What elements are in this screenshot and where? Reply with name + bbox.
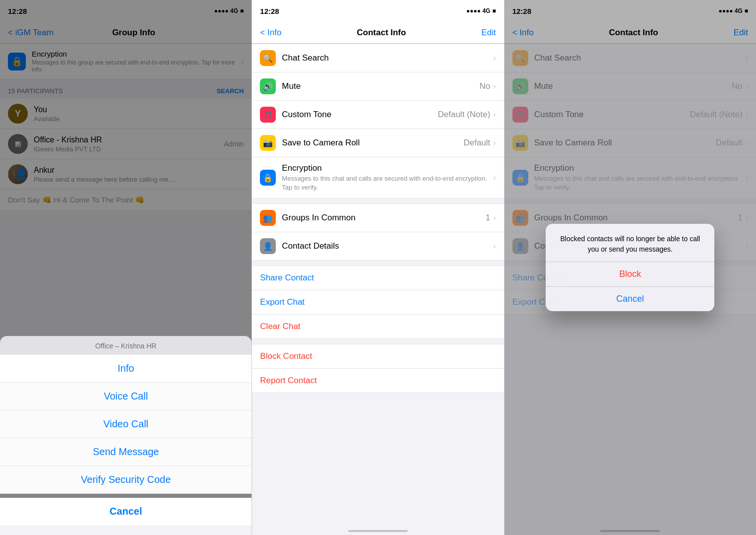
danger-section: Block Contact Report Contact <box>252 344 504 393</box>
main-list-section: 🔍 Chat Search › 🔊 Mute No › 🎵 Custom Ton… <box>252 44 504 199</box>
chevron-icon: › <box>493 110 496 119</box>
status-icons-2: ●●●● 4G ■ <box>466 7 496 14</box>
action-sheet-title: Office – Krishna HR <box>0 336 252 354</box>
encryption-row-2[interactable]: 🔒 Encryption Messages to this chat and c… <box>252 157 504 198</box>
block-dialog-overlay: Blocked contacts will no longer be able … <box>504 0 756 535</box>
report-contact-button[interactable]: Report Contact <box>252 369 504 393</box>
action-item-send-message[interactable]: Send Message <box>0 438 252 466</box>
custom-tone-value: Default (Note) <box>438 110 491 120</box>
groups-label: Groups In Common <box>282 213 486 223</box>
status-time-2: 12:28 <box>260 7 279 15</box>
nav-bar-2: < Info Contact Info Edit <box>252 22 504 44</box>
action-sheet: Office – Krishna HR Info Voice Call Vide… <box>0 336 252 535</box>
action-item-video-call[interactable]: Video Call <box>0 410 252 438</box>
encryption-icon: 🔒 <box>260 170 276 186</box>
contact-details-row[interactable]: 👤 Contact Details › <box>252 232 504 260</box>
mute-value: No <box>480 81 491 91</box>
action-sheet-items: Info Voice Call Video Call Send Message … <box>0 354 252 494</box>
action-item-voice-call[interactable]: Voice Call <box>0 383 252 410</box>
groups-icon: 👥 <box>260 210 276 226</box>
home-indicator-2 <box>348 530 408 532</box>
cancel-button[interactable]: Cancel <box>0 498 252 525</box>
camera-roll-row[interactable]: 📷 Save to Camera Roll Default › <box>252 129 504 157</box>
panel-contact-info: 12:28 ●●●● 4G ■ < Info Contact Info Edit… <box>252 0 504 535</box>
block-dialog: Blocked contacts will no longer be able … <box>546 224 714 311</box>
chat-search-row[interactable]: 🔍 Chat Search › <box>252 44 504 72</box>
custom-tone-label: Custom Tone <box>282 110 438 120</box>
signal-icon-2: ●●●● 4G <box>466 7 490 14</box>
contact-info-content: 🔍 Chat Search › 🔊 Mute No › 🎵 Custom Ton… <box>252 44 504 535</box>
edit-button-2[interactable]: Edit <box>481 28 496 38</box>
clear-chat-button[interactable]: Clear Chat <box>252 315 504 338</box>
chevron-icon: › <box>493 54 496 63</box>
camera-roll-value: Default <box>463 138 490 148</box>
encryption-detail-title: Encryption <box>282 163 493 173</box>
contact-details-label: Contact Details <box>282 241 493 251</box>
chevron-icon: › <box>493 138 496 147</box>
back-button-2[interactable]: < Info <box>260 28 281 38</box>
action-item-info[interactable]: Info <box>0 354 252 383</box>
groups-value: 1 <box>486 213 490 223</box>
chevron-icon: › <box>493 213 496 222</box>
panel-block-dialog: 12:28 ●●●● 4G ■ < Info Contact Info Edit… <box>504 0 756 535</box>
panel-group-info: 12:28 ●●●● 4G ■ < iGM Team Group Info 🔒 … <box>0 0 252 535</box>
custom-tone-row[interactable]: 🎵 Custom Tone Default (Note) › <box>252 101 504 129</box>
block-dialog-message: Blocked contacts will no longer be able … <box>546 224 714 262</box>
chevron-icon: › <box>493 82 496 91</box>
groups-section: 👥 Groups In Common 1 › 👤 Contact Details… <box>252 203 504 261</box>
chevron-icon: › <box>493 242 496 251</box>
chat-search-label: Chat Search <box>282 53 493 63</box>
status-bar-2: 12:28 ●●●● 4G ■ <box>252 0 504 22</box>
camera-roll-label: Save to Camera Roll <box>282 138 463 148</box>
chevron-icon: › <box>493 173 496 182</box>
actions-section: Share Contact Export Chat Clear Chat <box>252 266 504 339</box>
action-item-verify[interactable]: Verify Security Code <box>0 466 252 494</box>
export-chat-button[interactable]: Export Chat <box>252 290 504 315</box>
block-confirm-button[interactable]: Block <box>546 262 714 287</box>
mute-row[interactable]: 🔊 Mute No › <box>252 72 504 101</box>
mute-label: Mute <box>282 81 479 91</box>
block-contact-button[interactable]: Block Contact <box>252 344 504 369</box>
share-contact-button[interactable]: Share Contact <box>252 266 504 290</box>
contact-details-icon: 👤 <box>260 238 276 254</box>
mute-icon: 🔊 <box>260 78 276 94</box>
block-cancel-button[interactable]: Cancel <box>546 287 714 311</box>
custom-tone-icon: 🎵 <box>260 107 276 123</box>
encryption-detail-sub: Messages to this chat and calls are secu… <box>282 174 493 192</box>
battery-icon-2: ■ <box>492 7 496 14</box>
groups-in-common-row[interactable]: 👥 Groups In Common 1 › <box>252 204 504 232</box>
camera-roll-icon: 📷 <box>260 135 276 151</box>
chat-search-icon: 🔍 <box>260 50 276 66</box>
contact-info-title: Contact Info <box>357 28 406 38</box>
encryption-detail: Encryption Messages to this chat and cal… <box>282 163 493 192</box>
